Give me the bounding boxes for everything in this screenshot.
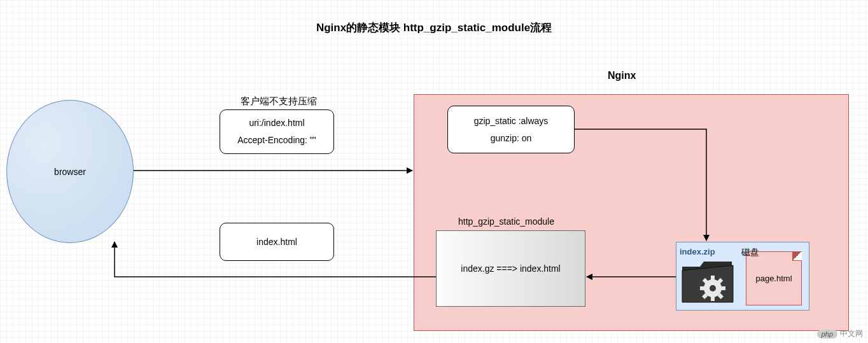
nginx-area-label: Nginx xyxy=(608,70,636,81)
svg-rect-2 xyxy=(711,296,715,301)
svg-rect-4 xyxy=(720,286,725,290)
module-name-label: http_gzip_static_module xyxy=(458,216,554,227)
browser-node: browser xyxy=(6,100,134,243)
svg-rect-1 xyxy=(711,276,715,281)
request-uri: uri:/index.html xyxy=(249,115,304,132)
browser-label: browser xyxy=(54,167,86,177)
watermark-text: 中文网 xyxy=(840,328,863,339)
diagram-title: Nginx的静态模块 http_gzip_static_module流程 xyxy=(0,20,868,35)
php-badge-icon: php xyxy=(817,330,837,339)
config-gzip-static: gzip_static :always xyxy=(474,113,549,130)
nginx-config-box: gzip_static :always gunzip: on xyxy=(447,106,575,153)
request-encoding: Accept-Encoding: "" xyxy=(237,132,316,149)
page-file-label: page.html xyxy=(755,274,792,283)
page-file-note: page.html xyxy=(746,251,802,305)
response-file: index.html xyxy=(256,234,297,251)
disk-label: 磁盘 xyxy=(741,247,759,258)
config-gunzip: gunzip: on xyxy=(491,130,532,147)
folder-gear-icon xyxy=(681,258,734,305)
module-transform: index.gz ===> index.html xyxy=(461,263,560,274)
watermark: php 中文网 xyxy=(817,328,863,339)
svg-point-9 xyxy=(710,285,716,291)
svg-rect-3 xyxy=(700,286,705,290)
client-no-compress-label: 客户端不支持压缩 xyxy=(241,95,317,108)
request-box: uri:/index.html Accept-Encoding: "" xyxy=(220,109,334,154)
response-box: index.html xyxy=(220,223,334,261)
index-zip-label: index.zip xyxy=(680,247,715,256)
module-box: index.gz ===> index.html xyxy=(436,230,585,307)
